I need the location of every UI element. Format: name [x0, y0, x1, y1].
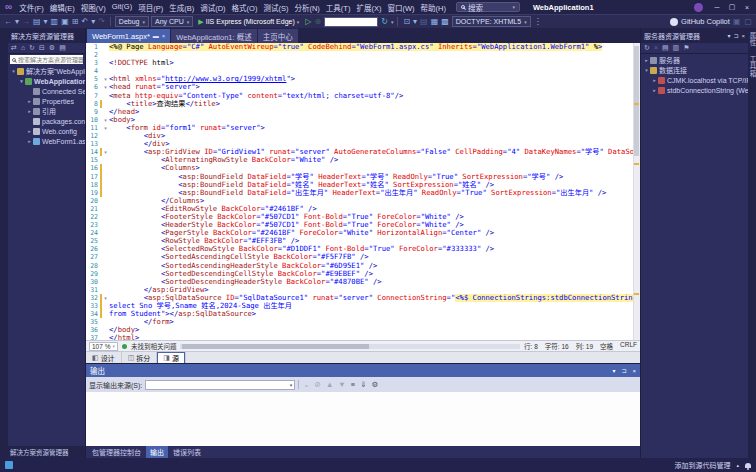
- code-line[interactable]: 4: [86, 67, 633, 75]
- configuration-select[interactable]: Debug▾: [115, 16, 149, 27]
- pin-icon[interactable]: ⊐: [733, 32, 738, 39]
- run-without-debug-icon[interactable]: ▷: [304, 17, 312, 27]
- tree-item[interactable]: ▸ Properties: [8, 96, 85, 106]
- menu-item[interactable]: 测试(S): [260, 2, 291, 13]
- open-file-icon[interactable]: ▥: [50, 17, 60, 27]
- menu-item[interactable]: 扩展(X): [353, 2, 384, 13]
- scrollbar-thumb[interactable]: [182, 344, 369, 349]
- back-icon[interactable]: ←: [3, 17, 13, 27]
- tree-item[interactable]: ▸ 引用: [8, 106, 85, 116]
- close-icon[interactable]: ×: [632, 368, 636, 374]
- code-line[interactable]: 37</html>: [86, 334, 633, 340]
- code-editor[interactable]: 1<%@ Page Language="C#" AutoEventWireup=…: [86, 43, 640, 340]
- undo-caret-icon[interactable]: ▾: [90, 17, 96, 27]
- tree-item[interactable]: ▾ WebApplication1: [8, 76, 85, 86]
- menu-item[interactable]: Git(G): [109, 2, 135, 13]
- tree-item[interactable]: ▸ stdbConnectionString (WebAp: [641, 85, 748, 95]
- document-tab[interactable]: WebApplication1: 概述 ▬ ×: [171, 29, 256, 43]
- expander-icon[interactable]: ▸: [26, 128, 33, 134]
- health-status[interactable]: 未找到相关问题: [131, 341, 177, 351]
- caret-up-icon[interactable]: ▴: [736, 462, 739, 468]
- preview-icon[interactable]: ▤: [58, 43, 67, 53]
- find-message-icon[interactable]: ⌄: [302, 380, 310, 390]
- back-caret-icon[interactable]: ▾: [14, 17, 20, 27]
- code-line[interactable]: 13 </div>: [86, 140, 633, 148]
- code-line[interactable]: 3<!DOCTYPE html>: [86, 59, 633, 67]
- menu-item[interactable]: 文件(F): [16, 2, 47, 13]
- fold-expander-icon[interactable]: ▾: [102, 75, 109, 83]
- document-tab[interactable]: WebForm1.aspx* ▬ ×: [87, 29, 170, 43]
- tree-item[interactable]: ▸ Web.config: [8, 126, 85, 136]
- source-control-status[interactable]: 添加到源代码管理: [674, 460, 730, 470]
- tree-item[interactable]: ▾ 数据连接: [641, 65, 748, 75]
- solution-explorer-title[interactable]: 解决方案资源管理器: [8, 28, 85, 43]
- expander-icon[interactable]: ▸: [26, 98, 33, 104]
- zoom-select[interactable]: 107 %▾: [89, 342, 118, 351]
- code-line[interactable]: 15 <AlternatingRowStyle BackColor="White…: [86, 156, 633, 164]
- fold-expander-icon[interactable]: ▾: [102, 294, 109, 302]
- code-line[interactable]: 23 <HeaderStyle BackColor="#507CD1" Font…: [86, 221, 633, 229]
- search-box[interactable]: 搜索 ▾: [456, 2, 520, 12]
- close-icon[interactable]: ×: [162, 33, 166, 39]
- code-line[interactable]: 29 <SortedDescendingCellStyle BackColor=…: [86, 270, 633, 278]
- code-line[interactable]: 26 <SelectedRowStyle BackColor="#D1DDF1"…: [86, 245, 633, 253]
- menu-item[interactable]: 生成(B): [166, 2, 197, 13]
- window-position-icon[interactable]: ▾: [612, 367, 615, 374]
- forward-icon[interactable]: →: [21, 17, 31, 27]
- tree-item[interactable]: packages.config: [8, 116, 85, 126]
- save-output-icon[interactable]: ⇓: [359, 380, 367, 390]
- menu-item[interactable]: 工具(T): [323, 2, 354, 13]
- expander-icon[interactable]: ▸: [643, 57, 650, 63]
- chevron-down-icon[interactable]: ▾: [391, 19, 394, 25]
- solution-search-input[interactable]: 搜索解决方案资源管理器(Ctrl+;): [10, 55, 83, 64]
- health-check-icon[interactable]: [122, 344, 127, 349]
- fold-expander-icon[interactable]: ▾: [102, 148, 109, 156]
- account-avatar[interactable]: [694, 3, 703, 12]
- collapse-all-icon[interactable]: ⊟: [38, 43, 46, 53]
- code-line[interactable]: 6▾<head runat="server">: [86, 83, 633, 91]
- code-line[interactable]: 10▾<body>: [86, 116, 633, 124]
- solution-explorer-bottom-tab[interactable]: 解决方案资源管理器: [8, 446, 85, 458]
- tree-item[interactable]: ▸ CJMK.localhost via TCP/IPsocke: [641, 75, 748, 85]
- server-explorer-title[interactable]: 服务器资源管理器: [644, 31, 700, 41]
- menu-item[interactable]: 项目(P): [135, 2, 166, 13]
- designer-view-tab[interactable]: ◧ 设计: [86, 352, 122, 364]
- next-message-icon[interactable]: ▼: [337, 380, 346, 390]
- undo-icon[interactable]: ↶: [80, 17, 89, 27]
- menu-item[interactable]: 窗口(W): [384, 2, 417, 13]
- document-tab[interactable]: 主页中心 ▬ ×: [258, 29, 298, 43]
- code-line[interactable]: 12 <div>: [86, 132, 633, 140]
- code-line[interactable]: 19 <asp:BoundField DataField="出生年月" Head…: [86, 189, 633, 197]
- toolbar-overflow-icon[interactable]: ⋮: [533, 17, 543, 27]
- tree-item[interactable]: Connected Services: [8, 86, 85, 96]
- refresh-icon[interactable]: ↻: [28, 43, 36, 53]
- menu-item[interactable]: 帮助(H): [417, 2, 448, 13]
- close-icon[interactable]: ×: [741, 33, 745, 39]
- close-button[interactable]: ×: [740, 4, 754, 11]
- editor-scrollbar[interactable]: [633, 43, 640, 340]
- code-line[interactable]: 22 <FooterStyle BackColor="#507CD1" Font…: [86, 213, 633, 221]
- output-source-select[interactable]: ▾: [145, 380, 295, 390]
- code-line[interactable]: 9</head>: [86, 108, 633, 116]
- code-line[interactable]: 2: [86, 51, 633, 59]
- code-line[interactable]: 1<%@ Page Language="C#" AutoEventWireup=…: [86, 43, 633, 51]
- window-position-icon[interactable]: ▾: [727, 32, 730, 39]
- code-line[interactable]: 33select Sno 学号,Sname 姓名,2024-Sage 出生年月: [86, 302, 633, 310]
- output-content[interactable]: [86, 392, 640, 446]
- menu-item[interactable]: 视图(V): [78, 2, 109, 13]
- code-line[interactable]: 32▾ <asp:SqlDataSource ID="SqlDataSource…: [86, 294, 633, 302]
- code-line[interactable]: 31 </asp:GridView>: [86, 286, 633, 294]
- maximize-button[interactable]: ▢: [725, 3, 739, 11]
- background-tasks-icon[interactable]: [5, 461, 13, 469]
- menu-item[interactable]: 分析(N): [291, 2, 322, 13]
- code-line[interactable]: 34from Student"></asp:SqlDataSource>: [86, 310, 633, 318]
- prev-message-icon[interactable]: ▲: [325, 380, 334, 390]
- save-icon[interactable]: ▣: [60, 17, 70, 27]
- code-line[interactable]: 30 <SortedDescendingHeaderStyle BackColo…: [86, 278, 633, 286]
- fold-expander-icon[interactable]: ▾: [102, 83, 109, 91]
- menu-item[interactable]: 调试(D): [197, 2, 228, 13]
- home-icon[interactable]: ⌂: [20, 43, 26, 53]
- auto-hide-tab[interactable]: 工具箱: [747, 55, 756, 78]
- designer-view-tab[interactable]: ◫ 拆分: [122, 352, 158, 364]
- scrollbar-thumb[interactable]: [634, 46, 639, 156]
